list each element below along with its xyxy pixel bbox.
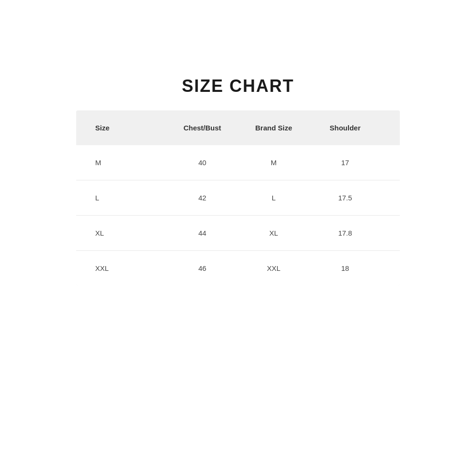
table-row: XL44XL17.8: [76, 216, 400, 251]
cell-row2-col0: XL: [95, 229, 167, 237]
cell-row1-col1: 42: [167, 194, 238, 202]
header-chest: Chest/Bust: [167, 124, 238, 132]
cell-row2-col3: 17.8: [309, 229, 381, 237]
cell-row2-col1: 44: [167, 229, 238, 237]
cell-row1-col0: L: [95, 194, 167, 202]
table-row: XXL46XXL18: [76, 251, 400, 286]
header-brand: Brand Size: [238, 124, 309, 132]
page-title: SIZE CHART: [182, 76, 294, 96]
cell-row3-col2: XXL: [238, 264, 309, 272]
cell-row1-col3: 17.5: [309, 194, 381, 202]
header-size: Size: [95, 124, 167, 132]
header-shoulder: Shoulder: [309, 124, 381, 132]
table-row: L42L17.5: [76, 180, 400, 216]
table-row: M40M17: [76, 145, 400, 180]
table-header: Size Chest/Bust Brand Size Shoulder: [76, 110, 400, 145]
cell-row1-col2: L: [238, 194, 309, 202]
size-chart-container: Size Chest/Bust Brand Size Shoulder M40M…: [76, 110, 400, 286]
cell-row3-col1: 46: [167, 264, 238, 272]
cell-row0-col2: M: [238, 159, 309, 167]
cell-row0-col0: M: [95, 159, 167, 167]
cell-row3-col0: XXL: [95, 264, 167, 272]
cell-row0-col3: 17: [309, 159, 381, 167]
table-body: M40M17L42L17.5XL44XL17.8XXL46XXL18: [76, 145, 400, 286]
cell-row3-col3: 18: [309, 264, 381, 272]
cell-row2-col2: XL: [238, 229, 309, 237]
cell-row0-col1: 40: [167, 159, 238, 167]
